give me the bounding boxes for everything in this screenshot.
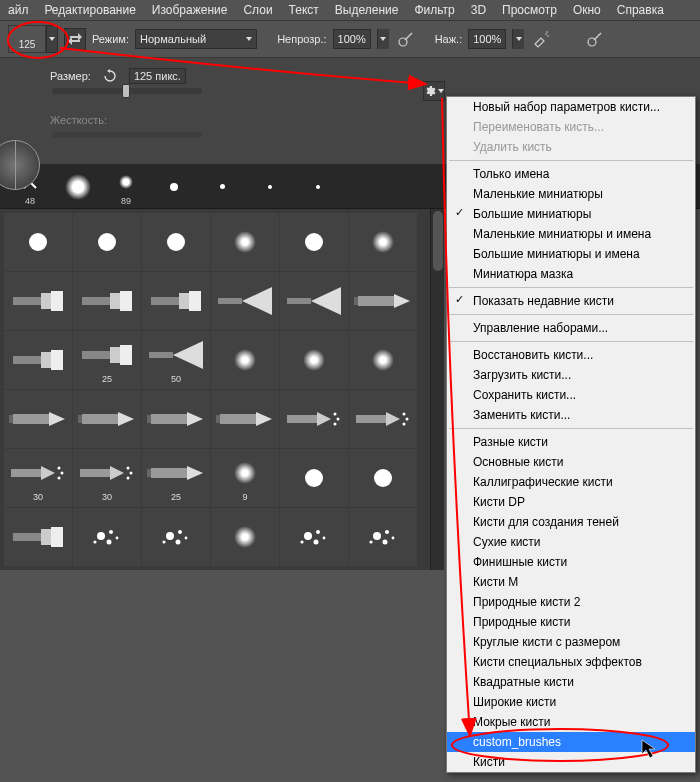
menu-item[interactable]: Круглые кисти с размером [447,632,695,652]
brush-grid-cell[interactable] [349,390,417,448]
brush-grid-cell[interactable]: 30 [73,449,141,507]
brush-grid-cell[interactable] [142,390,210,448]
size-input[interactable]: 125 пикс. [129,68,186,84]
brush-swap-button[interactable] [64,28,86,50]
brush-grid-cell[interactable] [211,331,279,389]
menu-item[interactable]: Заменить кисти... [447,405,695,425]
menu-item[interactable]: Каллиграфические кисти [447,472,695,492]
brush-grid-cell[interactable] [73,390,141,448]
menu-3d[interactable]: 3D [463,3,494,17]
brush-grid-cell[interactable] [280,508,348,566]
menu-window[interactable]: Окно [565,3,609,17]
menu-item[interactable]: Миниатюра мазка [447,264,695,284]
brush-grid-cell[interactable] [349,331,417,389]
menu-item[interactable]: Кисти [447,752,695,772]
menu-item[interactable]: Маленькие миниатюры и имена [447,224,695,244]
recent-brush-item[interactable] [296,173,340,201]
svg-rect-8 [82,297,110,305]
menu-view[interactable]: Просмотр [494,3,565,17]
menu-layers[interactable]: Слои [235,3,280,17]
menu-item[interactable]: custom_brushes [447,732,695,752]
menu-item[interactable]: Кисти M [447,572,695,592]
menu-item[interactable]: Кисти для создания теней [447,512,695,532]
brush-grid-cell[interactable] [211,508,279,566]
recent-brush-item[interactable] [200,173,244,201]
menu-item[interactable]: Большие миниатюры [447,204,695,224]
menu-item[interactable]: Природные кисти 2 [447,592,695,612]
menu-item[interactable]: Восстановить кисти... [447,345,695,365]
brush-grid-cell[interactable] [4,331,72,389]
menu-item[interactable]: Управление наборами... [447,318,695,338]
brush-grid-cell[interactable] [280,331,348,389]
brush-grid-cell[interactable] [211,213,279,271]
menu-item[interactable]: Маленькие миниатюры [447,184,695,204]
pressure-size-button[interactable] [584,28,606,50]
opacity-dropdown[interactable] [377,29,389,49]
menu-item[interactable]: Разные кисти [447,432,695,452]
brush-grid-cell[interactable] [73,213,141,271]
brush-grid-cell[interactable] [73,508,141,566]
brush-grid-cell[interactable] [4,508,72,566]
recent-brush-item[interactable] [152,173,196,201]
brush-grid-cell[interactable] [280,390,348,448]
brush-grid-cell[interactable] [349,213,417,271]
menu-select[interactable]: Выделение [327,3,407,17]
brush-grid-cell[interactable]: 25 [142,449,210,507]
menu-item[interactable]: Кисти специальных эффектов [447,652,695,672]
brush-grid-cell[interactable] [349,272,417,330]
brush-grid-scrollbar[interactable] [430,209,444,570]
brush-grid-cell[interactable] [142,272,210,330]
menu-image[interactable]: Изображение [144,3,236,17]
menu-item[interactable]: Только имена [447,164,695,184]
brush-grid-cell[interactable] [142,213,210,271]
flow-input[interactable]: 100% [468,29,506,49]
mode-select[interactable]: Нормальный [135,29,257,49]
brush-grid-cell[interactable] [73,272,141,330]
brush-grid-cell[interactable]: 50 [142,331,210,389]
brush-grid-cell[interactable]: 9 [211,449,279,507]
flow-dropdown[interactable] [512,29,524,49]
menu-item[interactable]: Загрузить кисти... [447,365,695,385]
brush-grid-cell[interactable]: 30 [4,449,72,507]
menu-file[interactable]: айл [0,3,36,17]
brush-grid-cell[interactable] [349,449,417,507]
brush-size-dropdown[interactable] [46,25,58,53]
recent-brush-item[interactable] [248,173,292,201]
opacity-input[interactable]: 100% [333,29,371,49]
airbrush-button[interactable] [530,28,552,50]
brush-grid-cell[interactable] [280,213,348,271]
menu-edit[interactable]: Редактирование [36,3,143,17]
brush-grid-cell[interactable] [142,508,210,566]
recent-brush-item[interactable]: 89 [104,168,148,206]
menu-text[interactable]: Текст [281,3,327,17]
brush-grid-cell[interactable] [280,272,348,330]
size-slider[interactable] [52,88,202,94]
menu-item[interactable]: Сухие кисти [447,532,695,552]
menu-item[interactable]: Финишные кисти [447,552,695,572]
pressure-opacity-button[interactable] [395,28,417,50]
menu-item[interactable]: Большие миниатюры и имена [447,244,695,264]
reset-size-button[interactable] [101,67,119,85]
menu-item[interactable]: Кисти DP [447,492,695,512]
menu-item[interactable]: Мокрые кисти [447,712,695,732]
brush-grid-cell[interactable] [280,449,348,507]
recent-brush-item[interactable] [56,173,100,201]
brush-size-field[interactable]: 125 [8,25,46,53]
brush-grid-cell[interactable] [211,390,279,448]
menu-filter[interactable]: Фильтр [406,3,462,17]
brush-grid-cell[interactable] [4,272,72,330]
menu-item[interactable]: Показать недавние кисти [447,291,695,311]
menu-item[interactable]: Основные кисти [447,452,695,472]
menu-item[interactable]: Широкие кисти [447,692,695,712]
brush-grid-cell[interactable]: 25 [73,331,141,389]
brush-grid-cell[interactable] [4,390,72,448]
menu-help[interactable]: Справка [609,3,672,17]
menu-item[interactable]: Сохранить кисти... [447,385,695,405]
brush-grid-cell[interactable] [4,213,72,271]
menu-item[interactable]: Природные кисти [447,612,695,632]
brush-menu-gear-button[interactable] [423,81,445,101]
brush-grid-cell[interactable] [349,508,417,566]
brush-grid-cell[interactable] [211,272,279,330]
menu-item[interactable]: Квадратные кисти [447,672,695,692]
menu-item[interactable]: Новый набор параметров кисти... [447,97,695,117]
